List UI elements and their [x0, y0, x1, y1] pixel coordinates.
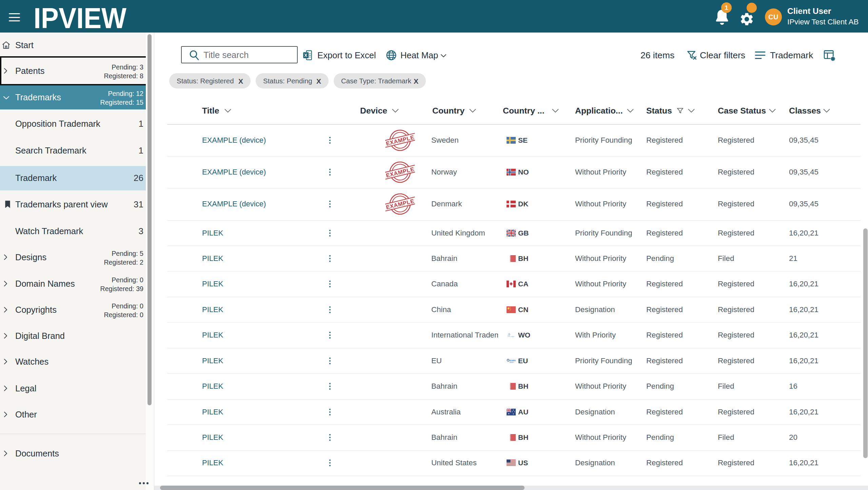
svg-text:EXAMPLE: EXAMPLE	[385, 134, 415, 146]
svg-text:EXAMPLE: EXAMPLE	[385, 166, 415, 178]
svg-text:EUIPO: EUIPO	[510, 360, 516, 362]
svg-text:EXAMPLE: EXAMPLE	[385, 198, 415, 210]
